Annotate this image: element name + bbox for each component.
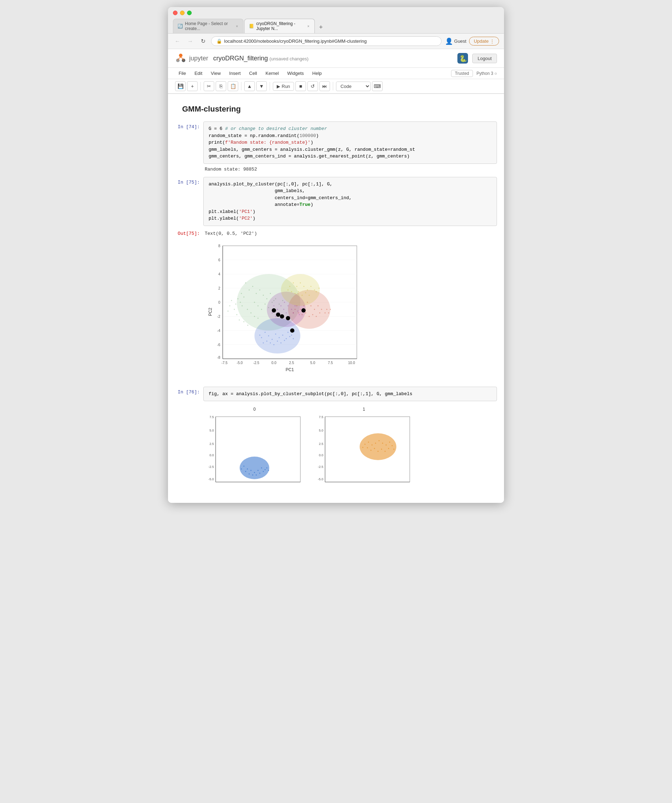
restart-button[interactable]: ↺ [307,81,318,91]
move-up-button[interactable]: ▲ [244,81,255,91]
subplots-row: 0 7.5 5.0 2.5 0.0 -2.5 -5.0 [203,405,497,492]
svg-point-151 [280,314,284,319]
svg-point-165 [243,466,245,467]
address-bar: ← → ↻ 🔒 localhost:42000/notebooks/cryoDR… [168,34,504,49]
svg-point-198 [389,442,390,443]
menu-view[interactable]: View [207,69,224,77]
new-tab-button[interactable]: + [315,21,326,33]
move-down-button[interactable]: ▼ [256,81,267,91]
tab-notebook-close[interactable]: × [306,24,310,29]
svg-point-138 [311,286,312,287]
svg-point-52 [242,305,243,306]
back-button[interactable]: ← [173,37,182,46]
update-button[interactable]: Update ⋮ [469,37,499,46]
add-cell-button[interactable]: + [187,81,198,91]
address-input[interactable]: 🔒 localhost:42000/notebooks/cryoDRGN_fil… [211,36,442,46]
cell-75-label[interactable]: In [75]: [168,177,203,226]
svg-point-85 [260,335,260,335]
menu-widgets[interactable]: Widgets [284,69,307,77]
svg-point-82 [284,340,285,341]
svg-point-206 [392,445,393,446]
svg-point-38 [263,294,264,296]
paste-button[interactable]: 📋 [228,81,238,91]
notebook-name[interactable]: cryoDRGN_filtering [213,55,268,62]
svg-point-86 [288,332,289,333]
svg-point-84 [263,342,264,343]
svg-point-33 [249,289,250,290]
svg-point-144 [305,292,306,293]
run-button[interactable]: ▶ Run [273,82,294,91]
menu-help[interactable]: Help [309,69,325,77]
svg-point-174 [252,475,253,476]
cell-75-code[interactable]: analysis.plot_by_cluster(pc[:,0], pc[:,1… [203,177,497,226]
cut-button[interactable]: ✂ [204,81,214,91]
svg-point-79 [274,344,274,345]
svg-point-178 [241,468,242,470]
svg-point-154 [302,308,306,312]
svg-point-164 [240,457,269,479]
svg-text:-5.0: -5.0 [318,478,323,481]
toolbar-sep-2 [241,82,242,90]
guest-label: Guest [454,39,467,44]
notebook-content: GMM-clustering In [74]: G = 6 # or chang… [168,94,504,503]
svg-point-142 [298,291,299,292]
svg-point-98 [321,309,322,310]
svg-point-137 [307,289,308,290]
svg-point-140 [291,291,292,292]
svg-point-77 [266,340,268,341]
stop-button[interactable]: ■ [295,81,306,91]
jupyter-logo: jupyter [175,53,208,64]
save-button[interactable]: 💾 [175,81,186,91]
refresh-button[interactable]: ↻ [198,37,208,46]
minimize-button[interactable] [180,11,185,15]
menu-edit[interactable]: Edit [191,69,206,77]
scatter-plot-container: PC2 [203,239,497,385]
svg-point-88 [293,338,294,339]
maximize-button[interactable] [187,11,192,15]
close-button[interactable] [173,11,177,15]
copy-button[interactable]: ⎘ [216,81,226,91]
menu-file[interactable]: File [175,69,190,77]
svg-text:5.0: 5.0 [209,429,214,432]
svg-point-60 [234,309,235,310]
svg-point-59 [235,303,237,304]
forward-button[interactable]: → [186,37,195,46]
svg-point-195 [379,441,380,441]
run-label: Run [282,84,290,89]
cell-75: In [75]: analysis.plot_by_cluster(pc[:,0… [168,177,504,226]
cell-76-label[interactable]: In [76]: [168,387,203,494]
tab-home[interactable]: 🔄 Home Page - Select or create... × [173,19,243,33]
svg-point-76 [289,336,291,337]
svg-point-99 [325,312,326,313]
tab-home-close[interactable]: × [235,24,239,29]
python-icon: 🐍 [458,53,468,63]
restart-run-button[interactable]: ⏭ [320,81,330,91]
svg-point-109 [326,309,328,310]
tab-notebook[interactable]: 📒 cryoDRGN_filtering - Jupyter N... × [244,19,315,33]
cell-type-select[interactable]: Code Markdown Raw [336,81,370,91]
svg-point-126 [272,312,273,313]
tab-notebook-label: cryoDRGN_filtering - Jupyter N... [256,21,304,31]
guest-button[interactable]: 👤 Guest [445,37,467,45]
svg-text:2.5: 2.5 [289,361,294,365]
svg-point-70 [268,335,269,336]
subplot-1: 1 7.5 5.0 2.5 0.0 -2.5 -5.0 [313,405,415,492]
cell-74-code[interactable]: G = 6 # or change to desired cluster num… [203,122,497,164]
jupyter-logo-icon [175,53,187,64]
svg-point-104 [312,314,313,315]
svg-point-96 [314,309,315,310]
cell-76-code[interactable]: fig, ax = analysis.plot_by_cluster_subpl… [203,387,497,402]
cell-74-label[interactable]: In [74]: [168,122,203,175]
svg-point-71 [272,339,273,340]
keyboard-shortcuts-button[interactable]: ⌨ [372,81,383,91]
run-icon: ▶ [277,84,280,89]
svg-point-173 [249,473,250,475]
svg-point-36 [256,293,257,294]
logout-button[interactable]: Logout [472,54,497,63]
menu-cell[interactable]: Cell [246,69,260,77]
menu-kernel[interactable]: Kernel [262,69,282,77]
svg-point-203 [381,449,382,450]
cell-74-output: Random state: 98852 [203,164,497,175]
svg-point-118 [291,309,292,310]
menu-insert[interactable]: Insert [226,69,244,77]
